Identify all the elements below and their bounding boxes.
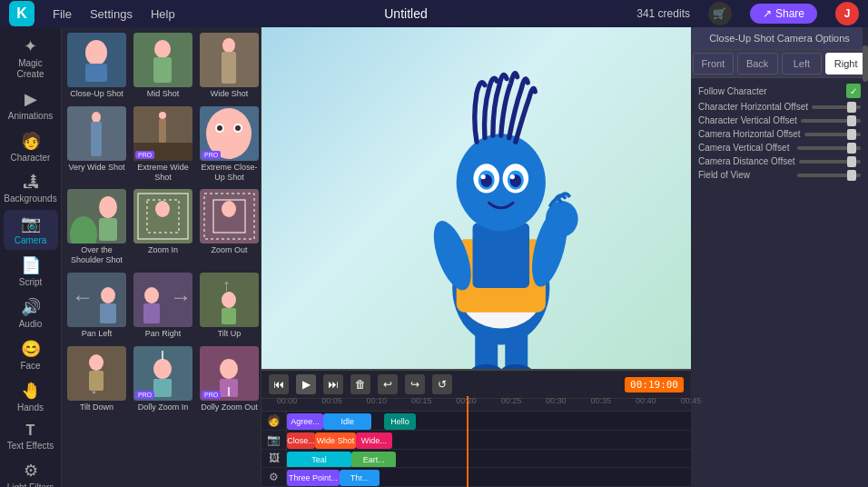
track-background-content[interactable]: Teal Eart... [287, 450, 691, 468]
shot-pan-left-label: Pan Left [82, 329, 113, 339]
shot-pan-left[interactable]: ← Pan Left [65, 271, 128, 341]
menu-file[interactable]: File [53, 7, 72, 21]
sidebar-item-magic-create[interactable]: ✦ Magic Create [4, 33, 58, 84]
pro-badge: PRO [135, 151, 154, 159]
camera-tab-back[interactable]: Back [737, 53, 778, 75]
ruler-mark-1: 00:05 [321, 396, 342, 405]
undo-button[interactable]: ↩ [378, 374, 398, 394]
clip-agree[interactable]: Agree... [287, 413, 323, 430]
delete-button[interactable]: 🗑 [350, 374, 370, 394]
shot-very-wide-label: Very Wide Shot [68, 163, 124, 173]
sidebar-item-audio[interactable]: 🔊 Audio [4, 293, 58, 333]
right-panel: Close-Up Shot Camera Options Front Back … [691, 27, 868, 487]
sidebar-label-script: Script [19, 277, 43, 288]
shot-zoom-in[interactable]: Zoom In [132, 187, 194, 267]
sidebar-item-script[interactable]: 📄 Script [4, 252, 58, 292]
shot-dolly-zoom-out[interactable]: PRO Dolly Zoom Out [198, 344, 261, 414]
shot-extreme-wide[interactable]: PRO Extreme Wide Shot [132, 104, 194, 184]
svg-point-69 [480, 174, 485, 179]
shot-tilt-down[interactable]: ↓ Tilt Down [65, 344, 128, 414]
sidebar-label-animations: Animations [8, 111, 53, 122]
char-vert-offset-slider[interactable] [801, 119, 861, 123]
clip-closeup[interactable]: Close... [287, 432, 315, 449]
menu-help[interactable]: Help [151, 7, 175, 21]
sidebar-item-animations[interactable]: ▶ Animations [4, 85, 58, 125]
sidebar-item-character[interactable]: 🧑 Character [4, 127, 58, 167]
camera-tabs: Front Back Left Right [691, 50, 868, 78]
svg-point-10 [92, 112, 101, 123]
track-light-content[interactable]: Three Point... Thr... [287, 468, 691, 486]
camera-tab-left[interactable]: Left [782, 53, 823, 75]
shot-extreme-closeup[interactable]: PRO Extreme Close-Up Shot [198, 104, 261, 184]
cam-vert-offset-slider[interactable] [797, 146, 861, 150]
skip-forward-button[interactable]: ⏭ [323, 374, 343, 394]
sidebar-label-face: Face [20, 361, 40, 372]
sidebar-item-camera[interactable]: 📷 Camera [4, 210, 58, 250]
character-icon: 🧑 [21, 131, 41, 151]
shot-pan-right[interactable]: → Pan Right [132, 271, 194, 341]
shot-dolly-zoom-in[interactable]: PRO Dolly Zoom In [132, 344, 194, 414]
cart-button[interactable]: 🛒 [708, 2, 732, 25]
char-horiz-offset-row: Character Horizontal Offset [698, 102, 861, 112]
shot-very-wide[interactable]: Very Wide Shot [65, 104, 128, 184]
cam-vert-offset-label: Camera Vertical Offset [698, 143, 794, 153]
camera-tab-right[interactable]: Right [825, 53, 866, 75]
menu-settings[interactable]: Settings [90, 7, 133, 21]
shot-tilt-down-label: Tilt Down [80, 403, 113, 412]
shot-over-shoulder[interactable]: Over the Shoulder Shot [65, 187, 128, 267]
svg-text:↑: ↑ [222, 276, 231, 294]
ruler-mark-0: 00:00 [277, 396, 298, 405]
play-button[interactable]: ▶ [296, 374, 316, 394]
track-background: 🖼 Teal Eart... [261, 450, 691, 469]
clip-thr[interactable]: Thr... [340, 470, 380, 486]
svg-point-1 [85, 40, 107, 65]
user-avatar[interactable]: J [835, 2, 859, 25]
clip-wide-shot[interactable]: Wide Shot [315, 432, 356, 449]
shot-zoom-out[interactable]: Zoom Out [198, 187, 261, 267]
sidebar-item-face[interactable]: 😊 Face [4, 335, 58, 375]
clip-eart[interactable]: Eart... [351, 452, 396, 468]
track-character-content[interactable]: Agree... Idle Hello [287, 412, 691, 430]
shot-mid[interactable]: Mid Shot [132, 31, 194, 101]
camera-shots-grid: Close-Up Shot Mid Shot [62, 27, 261, 418]
pro-badge: PRO [202, 391, 221, 399]
shot-zoom-out-label: Zoom Out [211, 245, 247, 255]
follow-character-checkbox[interactable]: ✓ [846, 84, 861, 98]
refresh-button[interactable]: ↺ [432, 374, 452, 394]
cam-horiz-offset-slider[interactable] [804, 133, 861, 136]
timeline-controls: ⏮ ▶ ⏭ 🗑 ↩ ↪ ↺ 00:19:00 [261, 371, 691, 399]
shot-pan-right-label: Pan Right [145, 329, 182, 339]
svg-point-7 [222, 38, 235, 53]
clip-teal[interactable]: Teal [287, 452, 351, 468]
char-vert-offset-row: Character Vertical Offset [698, 115, 861, 125]
svg-point-70 [509, 174, 514, 179]
sidebar-item-light-filters[interactable]: ⚙ Light Filters [4, 457, 58, 487]
fov-slider[interactable] [797, 174, 861, 177]
clip-three-point[interactable]: Three Point... [287, 470, 340, 486]
skip-back-button[interactable]: ⏮ [269, 374, 289, 394]
camera-tab-front[interactable]: Front [693, 53, 734, 75]
track-camera-content[interactable]: Close... Wide Shot Wide... [287, 431, 691, 449]
shot-tilt-up[interactable]: ↑ Tilt Up [198, 271, 261, 341]
shot-tilt-up-label: Tilt Up [218, 329, 242, 339]
shot-close-up[interactable]: Close-Up Shot [65, 31, 128, 101]
clip-wide2[interactable]: Wide... [356, 432, 392, 449]
shot-mid-thumb [133, 33, 192, 87]
clip-hello[interactable]: Hello [384, 413, 417, 430]
pro-badge: PRO [202, 151, 221, 159]
cam-dist-offset-label: Camera Distance Offset [698, 156, 795, 166]
share-button[interactable]: ↗ Share [750, 4, 817, 24]
svg-rect-49 [89, 371, 104, 391]
char-horiz-offset-slider[interactable] [812, 105, 861, 109]
shot-wide[interactable]: Wide Shot [198, 31, 261, 101]
clip-idle[interactable]: Idle [323, 413, 371, 430]
shot-over-shoulder-label: Over the Shoulder Shot [67, 245, 126, 265]
cam-dist-offset-slider[interactable] [799, 160, 861, 164]
sidebar-item-hands[interactable]: 🤚 Hands [4, 377, 58, 417]
redo-button[interactable]: ↪ [405, 374, 425, 394]
camera-options-header: Close-Up Shot Camera Options [691, 27, 868, 50]
svg-rect-61 [472, 223, 529, 287]
sidebar-item-backgrounds[interactable]: 🏞 Backgrounds [4, 169, 58, 208]
sidebar-item-text-effects[interactable]: T Text Effects [4, 419, 58, 455]
main-area: ✦ Magic Create ▶ Animations 🧑 Character … [0, 27, 868, 487]
